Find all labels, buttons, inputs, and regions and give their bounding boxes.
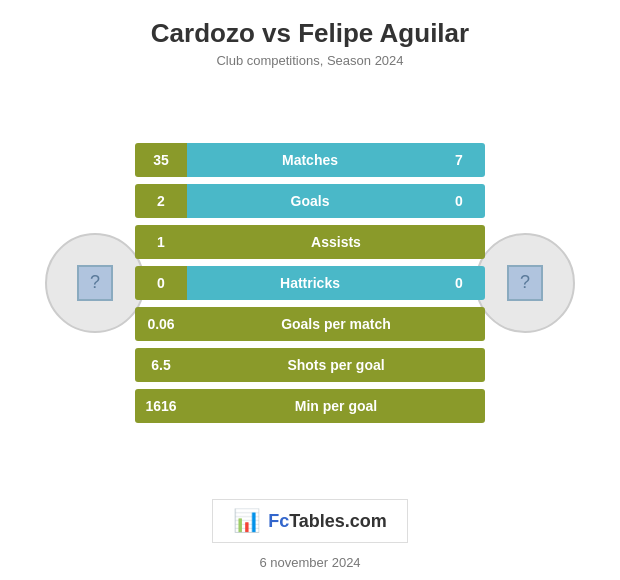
- footer-date: 6 november 2024: [259, 549, 360, 580]
- stat-label: Goals per match: [187, 307, 485, 341]
- logo-area: 📊 FcTables.com: [212, 499, 408, 543]
- stats-container: 35Matches72Goals01Assists0Hattricks00.06…: [135, 143, 485, 423]
- stat-left-value: 1: [135, 225, 187, 259]
- stat-row: 1Assists: [135, 225, 485, 259]
- stat-row: 6.5Shots per goal: [135, 348, 485, 382]
- logo-icon: 📊: [233, 508, 260, 534]
- stat-label: Assists: [187, 225, 485, 259]
- stat-right-value: 0: [433, 184, 485, 218]
- stat-right-value: 7: [433, 143, 485, 177]
- stat-right-value: 0: [433, 266, 485, 300]
- avatar-placeholder-left: ?: [77, 265, 113, 301]
- avatar-placeholder-right: ?: [507, 265, 543, 301]
- stat-row: 0Hattricks0: [135, 266, 485, 300]
- stat-row: 2Goals0: [135, 184, 485, 218]
- stat-left-value: 0.06: [135, 307, 187, 341]
- stat-label: Min per goal: [187, 389, 485, 423]
- stat-left-value: 6.5: [135, 348, 187, 382]
- stat-left-value: 0: [135, 266, 187, 300]
- header: Cardozo vs Felipe Aguilar Club competiti…: [131, 0, 489, 74]
- player-avatar-right: ?: [475, 233, 575, 333]
- stat-left-value: 1616: [135, 389, 187, 423]
- stat-row: 35Matches7: [135, 143, 485, 177]
- stat-row: 0.06Goals per match: [135, 307, 485, 341]
- comparison-area: ? 35Matches72Goals01Assists0Hattricks00.…: [0, 74, 620, 491]
- stat-left-value: 35: [135, 143, 187, 177]
- page-title: Cardozo vs Felipe Aguilar: [151, 18, 469, 49]
- stat-label: Hattricks: [187, 266, 433, 300]
- page-subtitle: Club competitions, Season 2024: [151, 53, 469, 68]
- stat-label: Goals: [187, 184, 433, 218]
- stat-label: Matches: [187, 143, 433, 177]
- stat-label: Shots per goal: [187, 348, 485, 382]
- stat-left-value: 2: [135, 184, 187, 218]
- stat-row: 1616Min per goal: [135, 389, 485, 423]
- logo-text: FcTables.com: [268, 511, 387, 532]
- player-avatar-left: ?: [45, 233, 145, 333]
